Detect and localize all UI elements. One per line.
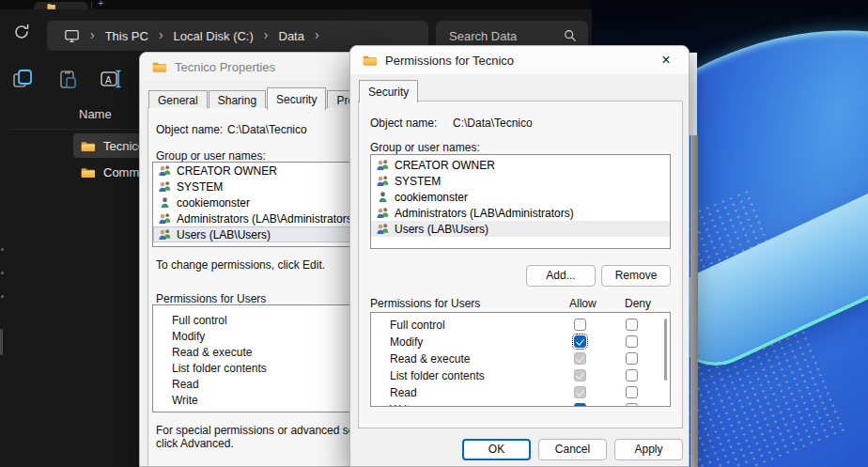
advanced-hint-line1: For special permissions or advanced sett… (156, 424, 366, 437)
deny-checkbox[interactable] (626, 386, 638, 398)
background-window-edge (690, 53, 697, 135)
deny-checkbox[interactable] (626, 369, 638, 381)
permission-row[interactable]: Modify (371, 334, 670, 350)
permission-row[interactable]: Write (371, 401, 670, 407)
users-group-icon (158, 164, 172, 177)
permissions-list[interactable]: Full control Modify Read & execute List … (152, 304, 366, 413)
ok-button[interactable]: OK (462, 439, 531, 460)
add-button[interactable]: Add... (526, 265, 596, 287)
group-user-label: Group or user names: (156, 149, 266, 163)
change-permissions-hint: To change permissions, click Edit. (156, 258, 325, 272)
tab-sharing[interactable]: Sharing (209, 90, 266, 108)
background-window-edge (690, 135, 698, 467)
breadcrumb-data[interactable]: Data (279, 29, 304, 43)
allow-column-header: Allow (569, 297, 597, 310)
security-tab-page: Object name: C:\Data\Tecnico Group or us… (358, 101, 683, 428)
allow-checkbox[interactable] (574, 386, 586, 398)
permission-row[interactable]: Read & execute (153, 345, 365, 361)
allow-checkbox[interactable] (574, 319, 586, 331)
permission-name: List folder contents (390, 369, 485, 382)
permission-row[interactable]: Write (153, 393, 365, 409)
folder-icon (47, 3, 55, 9)
user-row[interactable]: CREATOR OWNER (153, 163, 365, 179)
copy-icon[interactable] (11, 68, 36, 92)
new-tab-button[interactable]: + (98, 0, 103, 8)
permission-name: Write (390, 403, 416, 407)
object-name-label: Object name: (370, 117, 437, 130)
allow-checkbox[interactable] (574, 352, 586, 365)
object-name-label: Object name: (156, 123, 223, 136)
rename-icon[interactable]: A (100, 68, 124, 92)
chevron-right-icon: › (315, 27, 319, 42)
user-row[interactable]: cookiemonster (371, 189, 670, 205)
permission-name: Read (390, 386, 417, 399)
apply-button[interactable]: Apply (614, 439, 683, 460)
user-icon (158, 196, 172, 209)
permission-row[interactable]: Special permissions (153, 409, 365, 413)
permission-row[interactable]: Full control (153, 313, 365, 329)
tab-security[interactable]: Security (267, 87, 326, 110)
tab-general[interactable]: General (148, 90, 208, 108)
user-row[interactable]: Administrators (LAB\Administrators) (153, 210, 365, 226)
allow-checkbox[interactable] (574, 403, 586, 407)
deny-checkbox[interactable] (626, 403, 638, 407)
breadcrumb-local-disk[interactable]: Local Disk (C:) (174, 29, 254, 43)
user-name: CREATOR OWNER (177, 164, 277, 178)
user-name: Administrators (LAB\Administrators) (177, 212, 356, 226)
paste-icon[interactable] (56, 68, 81, 92)
users-group-icon (158, 228, 172, 241)
user-name: Users (LAB\Users) (395, 223, 488, 236)
nav-pane-dot (1, 248, 4, 251)
nav-pane-dot (1, 272, 4, 274)
users-group-icon (376, 159, 390, 171)
remove-button[interactable]: Remove (601, 265, 671, 287)
list-scrollbar[interactable] (664, 319, 667, 381)
user-row[interactable]: SYSTEM (153, 179, 365, 195)
permission-row[interactable]: List folder contents (371, 367, 670, 384)
explorer-tab[interactable] (34, 2, 88, 9)
folder-icon (81, 166, 95, 179)
permission-row[interactable]: Modify (153, 329, 365, 345)
permission-name: Full control (390, 319, 445, 332)
user-row[interactable]: Administrators (LAB\Administrators) (371, 205, 670, 221)
deny-checkbox[interactable] (626, 319, 638, 331)
user-row[interactable]: SYSTEM (371, 173, 670, 189)
column-header-name[interactable]: Name (79, 107, 112, 121)
tab-security[interactable]: Security (359, 80, 418, 102)
deny-checkbox[interactable] (626, 335, 638, 348)
permission-row[interactable]: Read & execute (371, 350, 670, 367)
breadcrumb-this-pc[interactable]: This PC (105, 29, 148, 43)
deny-checkbox[interactable] (626, 352, 638, 365)
permission-row[interactable]: Full control (371, 317, 670, 334)
user-row-selected[interactable]: Users (LAB\Users) (153, 226, 365, 242)
user-row[interactable]: cookiemonster (153, 195, 365, 210)
group-user-list[interactable]: CREATOR OWNER SYSTEM cookiemonster Admin… (370, 154, 671, 249)
permissions-dialog-titlebar[interactable]: Permissions for Tecnico (350, 46, 689, 74)
permission-row[interactable]: Read (153, 377, 365, 393)
permissions-checklist[interactable]: Full control Modify Read & execute List … (370, 312, 671, 407)
folder-icon (81, 140, 95, 152)
nav-pane-scrollbar[interactable] (0, 329, 3, 355)
user-row-selected[interactable]: Users (LAB\Users) (371, 221, 670, 237)
user-icon (376, 191, 390, 203)
permission-row[interactable]: List folder contents (153, 361, 365, 377)
close-icon[interactable]: × (652, 50, 680, 70)
allow-checkbox[interactable] (574, 335, 586, 348)
allow-checkbox[interactable] (574, 369, 586, 381)
properties-dialog-titlebar[interactable]: Tecnico Properties (140, 53, 365, 81)
search-icon (564, 29, 577, 42)
properties-tabs: General Sharing Security Previous Vers (148, 86, 366, 108)
cancel-button[interactable]: Cancel (538, 439, 607, 460)
object-name-value: C:\Data\Tecnico (453, 117, 533, 130)
permission-row[interactable]: Read (371, 384, 670, 401)
refresh-icon[interactable] (12, 23, 33, 43)
deny-column-header: Deny (625, 297, 651, 310)
screen: + › This PC › Local Disk (C:) › Data › S… (0, 0, 868, 467)
group-user-list[interactable]: CREATOR OWNER SYSTEM cookiemonster Admin… (152, 162, 366, 247)
users-group-icon (376, 207, 390, 219)
users-group-icon (376, 175, 390, 187)
permissions-tabs: Security (359, 78, 419, 101)
user-row[interactable]: CREATOR OWNER (371, 157, 670, 173)
object-name-value: C:\Data\Tecnico (227, 123, 307, 136)
users-group-icon (158, 180, 172, 193)
